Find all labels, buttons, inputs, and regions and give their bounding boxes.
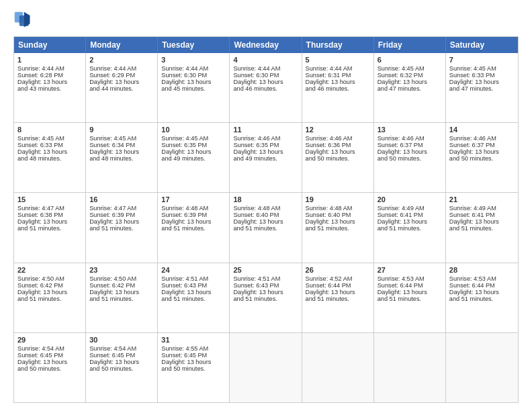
day-info-line: and 50 minutes. [17, 365, 82, 372]
day-number: 16 [89, 195, 154, 203]
day-info-line: Daylight: 13 hours [306, 79, 370, 85]
day-number: 10 [161, 126, 226, 134]
day-info-line: Sunrise: 4:46 AM [449, 135, 515, 142]
day-info-line: Daylight: 13 hours [306, 289, 370, 295]
calendar-cell: 3Sunrise: 4:44 AMSunset: 6:30 PMDaylight… [158, 53, 230, 122]
calendar-cell: 21Sunrise: 4:49 AMSunset: 6:41 PMDayligh… [446, 193, 518, 262]
day-info-line: Sunset: 6:42 PM [89, 282, 154, 289]
day-info-line: Sunset: 6:39 PM [161, 212, 226, 218]
day-number: 5 [306, 56, 370, 64]
calendar-cell: 25Sunrise: 4:51 AMSunset: 6:43 PMDayligh… [230, 263, 302, 332]
day-info-line: and 50 minutes. [306, 155, 370, 162]
day-info-line: Daylight: 13 hours [378, 218, 442, 225]
calendar-week: 22Sunrise: 4:50 AMSunset: 6:42 PMDayligh… [14, 263, 518, 332]
day-info-line: Sunrise: 4:44 AM [306, 65, 370, 72]
day-info-line: Sunrise: 4:50 AM [89, 275, 154, 282]
day-info-line: Sunset: 6:28 PM [17, 72, 82, 79]
calendar-cell: 12Sunrise: 4:46 AMSunset: 6:36 PMDayligh… [302, 123, 374, 192]
logo-icon [13, 11, 32, 30]
calendar-cell: 24Sunrise: 4:51 AMSunset: 6:43 PMDayligh… [158, 263, 230, 332]
day-info-line: Sunset: 6:40 PM [233, 212, 298, 218]
day-info-line: Sunset: 6:44 PM [449, 282, 515, 289]
day-info-line: and 51 minutes. [233, 295, 298, 302]
day-info-line: and 47 minutes. [378, 85, 442, 92]
day-info-line: Daylight: 13 hours [233, 79, 298, 85]
day-info-line: and 51 minutes. [161, 295, 226, 302]
day-number: 29 [17, 336, 82, 344]
day-info-line: Sunrise: 4:50 AM [17, 275, 82, 282]
day-info-line: and 51 minutes. [306, 225, 370, 232]
day-info-line: Sunrise: 4:54 AM [89, 345, 154, 352]
calendar-cell: 23Sunrise: 4:50 AMSunset: 6:42 PMDayligh… [86, 263, 158, 332]
calendar-cell: 10Sunrise: 4:45 AMSunset: 6:35 PMDayligh… [158, 123, 230, 192]
calendar-cell: 19Sunrise: 4:48 AMSunset: 6:40 PMDayligh… [302, 193, 374, 262]
day-info-line: Sunset: 6:31 PM [306, 72, 370, 79]
day-number: 27 [378, 266, 442, 274]
day-info-line: Sunrise: 4:45 AM [161, 135, 226, 142]
calendar-cell: 8Sunrise: 4:45 AMSunset: 6:33 PMDaylight… [14, 123, 86, 192]
day-info-line: Sunset: 6:41 PM [378, 212, 442, 218]
day-info-line: Sunrise: 4:45 AM [17, 135, 82, 142]
day-info-line: Daylight: 13 hours [306, 218, 370, 225]
page: SundayMondayTuesdayWednesdayThursdayFrid… [0, 0, 532, 411]
calendar-cell: 27Sunrise: 4:53 AMSunset: 6:44 PMDayligh… [374, 263, 446, 332]
day-number: 4 [233, 56, 298, 64]
day-info-line: Daylight: 13 hours [161, 148, 226, 155]
day-info-line: and 51 minutes. [89, 225, 154, 232]
day-info-line: Sunrise: 4:55 AM [161, 345, 226, 352]
day-number: 31 [161, 336, 226, 344]
day-info-line: Sunset: 6:45 PM [89, 352, 154, 359]
day-info-line: Sunrise: 4:44 AM [17, 65, 82, 72]
calendar-cell: 14Sunrise: 4:46 AMSunset: 6:37 PMDayligh… [446, 123, 518, 192]
calendar-header: SundayMondayTuesdayWednesdayThursdayFrid… [14, 37, 518, 53]
day-number: 20 [378, 195, 442, 203]
day-number: 7 [449, 56, 515, 64]
day-info-line: Daylight: 13 hours [378, 289, 442, 295]
day-info-line: Daylight: 13 hours [17, 218, 82, 225]
day-info-line: and 50 minutes. [161, 365, 226, 372]
day-number: 12 [306, 126, 370, 134]
day-info-line: Sunset: 6:37 PM [378, 142, 442, 148]
calendar-cell: 2Sunrise: 4:44 AMSunset: 6:29 PMDaylight… [86, 53, 158, 122]
day-info-line: Sunrise: 4:44 AM [233, 65, 298, 72]
day-info-line: Sunset: 6:35 PM [161, 142, 226, 148]
calendar-cell: 20Sunrise: 4:49 AMSunset: 6:41 PMDayligh… [374, 193, 446, 262]
day-number: 13 [378, 126, 442, 134]
day-info-line: and 48 minutes. [17, 155, 82, 162]
calendar-cell: 4Sunrise: 4:44 AMSunset: 6:30 PMDaylight… [230, 53, 302, 122]
calendar-week: 29Sunrise: 4:54 AMSunset: 6:45 PMDayligh… [14, 332, 518, 402]
day-info-line: Sunrise: 4:48 AM [306, 205, 370, 212]
calendar-cell [230, 333, 302, 402]
header [13, 11, 519, 30]
calendar-cell: 1Sunrise: 4:44 AMSunset: 6:28 PMDaylight… [14, 53, 86, 122]
weekday-header: Saturday [446, 37, 518, 53]
day-info-line: and 46 minutes. [233, 85, 298, 92]
calendar-cell: 22Sunrise: 4:50 AMSunset: 6:42 PMDayligh… [14, 263, 86, 332]
calendar-cell: 29Sunrise: 4:54 AMSunset: 6:45 PMDayligh… [14, 333, 86, 402]
day-info-line: Sunset: 6:34 PM [89, 142, 154, 148]
calendar-cell: 17Sunrise: 4:48 AMSunset: 6:39 PMDayligh… [158, 193, 230, 262]
day-info-line: and 45 minutes. [161, 85, 226, 92]
day-info-line: and 51 minutes. [233, 225, 298, 232]
calendar: SundayMondayTuesdayWednesdayThursdayFrid… [13, 36, 519, 403]
day-info-line: Daylight: 13 hours [449, 218, 515, 225]
calendar-body: 1Sunrise: 4:44 AMSunset: 6:28 PMDaylight… [14, 53, 518, 402]
day-number: 2 [89, 56, 154, 64]
day-info-line: Sunset: 6:43 PM [161, 282, 226, 289]
weekday-header: Tuesday [158, 37, 230, 53]
day-info-line: Daylight: 13 hours [17, 289, 82, 295]
day-info-line: Daylight: 13 hours [449, 79, 515, 85]
day-info-line: Daylight: 13 hours [161, 218, 226, 225]
day-info-line: and 49 minutes. [161, 155, 226, 162]
day-info-line: Sunrise: 4:49 AM [449, 205, 515, 212]
weekday-header: Wednesday [230, 37, 302, 53]
day-info-line: Sunrise: 4:46 AM [306, 135, 370, 142]
day-info-line: Daylight: 13 hours [233, 148, 298, 155]
day-info-line: and 51 minutes. [449, 295, 515, 302]
day-number: 25 [233, 266, 298, 274]
day-info-line: Daylight: 13 hours [449, 289, 515, 295]
weekday-header: Thursday [302, 37, 374, 53]
day-info-line: Sunset: 6:36 PM [306, 142, 370, 148]
weekday-header: Monday [86, 37, 158, 53]
calendar-cell: 9Sunrise: 4:45 AMSunset: 6:34 PMDaylight… [86, 123, 158, 192]
